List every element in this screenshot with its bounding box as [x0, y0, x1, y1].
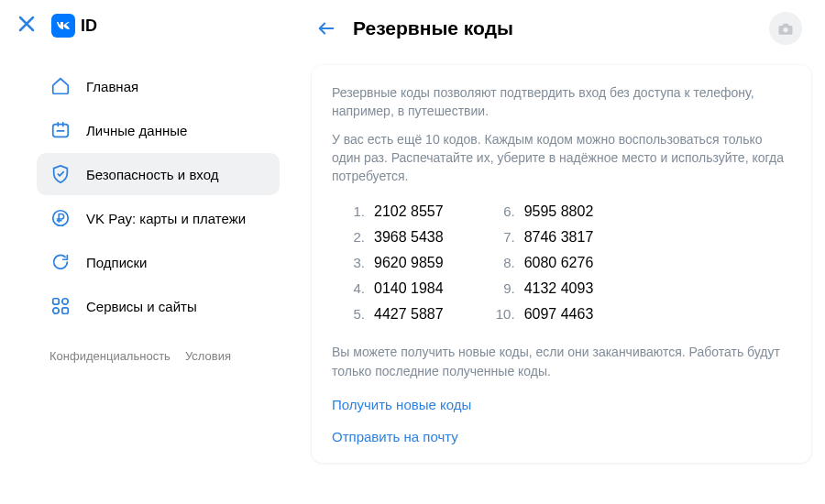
svg-point-6 — [783, 27, 787, 32]
id-label: ID — [81, 16, 97, 36]
sidebar-item-services[interactable]: Сервисы и сайты — [37, 285, 280, 327]
sidebar-item-label: Сервисы и сайты — [86, 299, 197, 314]
code-value: 2102 8557 — [374, 203, 444, 220]
code-value: 3968 5438 — [374, 229, 444, 246]
privacy-link[interactable]: Конфиденциальность — [50, 349, 170, 363]
sidebar-item-personal[interactable]: Личные данные — [37, 109, 280, 151]
code-index: 1. — [339, 203, 365, 219]
code-item: 7.8746 3817 — [490, 229, 594, 246]
description-text: Резервные коды позволяют подтвердить вхо… — [332, 83, 791, 121]
code-index: 6. — [490, 203, 515, 219]
code-index: 2. — [339, 229, 365, 245]
ruble-icon — [50, 207, 72, 229]
code-index: 3. — [339, 255, 365, 270]
description-text: У вас есть ещё 10 кодов. Каждым кодом мо… — [332, 130, 791, 186]
code-item: 10.6097 4463 — [490, 306, 594, 323]
grid-icon — [50, 295, 72, 317]
send-to-email-link[interactable]: Отправить на почту — [332, 429, 791, 444]
svg-rect-3 — [62, 299, 68, 304]
codes-list: 1.2102 8557 2.3968 5438 3.9620 9859 4.01… — [339, 203, 791, 323]
code-value: 4427 5887 — [374, 306, 444, 323]
vk-logo-icon — [51, 14, 75, 38]
code-value: 6097 4463 — [524, 306, 594, 323]
code-index: 4. — [339, 280, 365, 296]
back-arrow-icon[interactable] — [316, 18, 336, 38]
sidebar-item-label: Личные данные — [86, 123, 187, 138]
sidebar-item-home[interactable]: Главная — [37, 65, 280, 107]
code-index: 8. — [490, 255, 515, 270]
refresh-icon — [50, 251, 72, 273]
page-title: Резервные коды — [353, 17, 513, 39]
code-value: 9620 9859 — [374, 255, 444, 271]
sidebar-item-label: Подписки — [86, 255, 148, 270]
code-index: 9. — [490, 280, 515, 296]
code-value: 8746 3817 — [524, 229, 594, 246]
camera-icon — [777, 21, 794, 36]
code-value: 4132 4093 — [524, 280, 594, 297]
terms-link[interactable]: Условия — [185, 349, 231, 363]
shield-icon — [50, 163, 72, 185]
sidebar-item-subscriptions[interactable]: Подписки — [37, 241, 280, 283]
code-value: 9595 8802 — [524, 203, 594, 220]
code-index: 10. — [490, 306, 515, 322]
sidebar-item-label: Главная — [86, 79, 138, 94]
svg-point-1 — [53, 211, 69, 226]
code-item: 6.9595 8802 — [490, 203, 594, 220]
backup-codes-card: Резервные коды позволяют подтвердить вхо… — [312, 65, 811, 463]
description-text: Вы можете получить новые коды, если они … — [332, 343, 791, 380]
code-index: 7. — [490, 229, 515, 245]
code-item: 3.9620 9859 — [339, 255, 444, 271]
get-new-codes-link[interactable]: Получить новые коды — [332, 397, 791, 412]
code-value: 0140 1984 — [374, 280, 444, 297]
code-item: 9.4132 4093 — [490, 280, 594, 297]
vk-id-logo[interactable]: ID — [51, 14, 97, 38]
code-item: 4.0140 1984 — [339, 280, 444, 297]
sidebar-item-label: Безопасность и вход — [86, 167, 218, 182]
code-item: 1.2102 8557 — [339, 203, 444, 220]
code-index: 5. — [339, 306, 365, 322]
sidebar-item-vkpay[interactable]: VK Pay: карты и платежи — [37, 197, 280, 239]
sidebar-item-security[interactable]: Безопасность и вход — [37, 153, 280, 195]
code-item: 5.4427 5887 — [339, 306, 444, 323]
sidebar: Главная Личные данные Безопасность и вхо… — [0, 47, 293, 500]
code-value: 6080 6276 — [524, 255, 594, 271]
avatar[interactable] — [769, 12, 802, 45]
id-card-icon — [50, 119, 72, 141]
sidebar-item-label: VK Pay: карты и платежи — [86, 211, 246, 226]
code-item: 8.6080 6276 — [490, 255, 594, 271]
home-icon — [50, 75, 72, 97]
close-icon[interactable] — [18, 14, 35, 38]
svg-rect-4 — [53, 308, 59, 313]
code-item: 2.3968 5438 — [339, 229, 444, 246]
svg-rect-5 — [62, 308, 68, 313]
svg-rect-2 — [53, 299, 59, 304]
